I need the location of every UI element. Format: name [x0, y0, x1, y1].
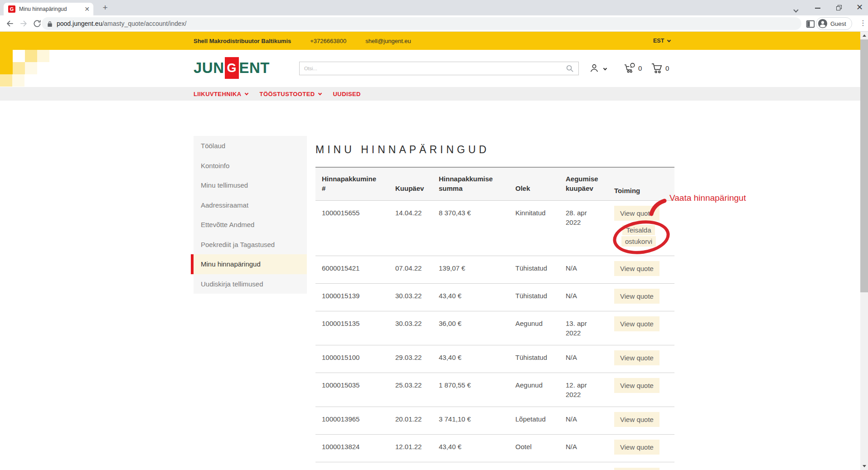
quote-sum: 36,00 €: [439, 311, 515, 345]
quote-number: 1000015135: [315, 311, 395, 345]
column-header: Aegumise kuupäev: [566, 168, 614, 200]
reload-button[interactable]: [33, 19, 42, 28]
view-quote-button[interactable]: View quote: [614, 440, 659, 455]
quote-row: 100001510029.03.2243,40 €TühistatudN/AVi…: [315, 345, 674, 373]
nav-item[interactable]: UUDISED: [333, 91, 361, 97]
annotation-arrow: [647, 199, 667, 217]
scrollbar-thumb[interactable]: [860, 39, 868, 292]
quote-status: Tühistatud: [515, 345, 566, 373]
quote-date: 07.04.22: [395, 256, 439, 283]
language-label: EST: [653, 38, 664, 44]
view-quote-button[interactable]: View quote: [614, 261, 659, 276]
new-tab-button[interactable]: +: [100, 2, 111, 13]
view-quote-button[interactable]: View quote: [614, 289, 659, 304]
view-quote-button[interactable]: View quote: [614, 412, 659, 427]
cart-icon[interactable]: [651, 63, 663, 73]
quote-actions: View quote: [614, 284, 674, 311]
scrollbar-up-arrow[interactable]: [860, 32, 868, 39]
profile-label: Guest: [830, 20, 846, 27]
window-minimize-button[interactable]: [815, 8, 820, 9]
quote-cart-icon[interactable]: [624, 62, 635, 73]
quote-row: 100001382412.01.2243,40 €OotelN/AView qu…: [315, 435, 674, 462]
chevron-down-icon: [318, 91, 321, 95]
quote-row: 600001542107.04.22139,07 €TühistatudN/AV…: [315, 256, 674, 284]
main-nav-items: LIIKUVTEHNIKATÖÖSTUSTOOTEDUUDISED: [194, 87, 361, 101]
main-nav: LIIKUVTEHNIKATÖÖSTUSTOOTEDUUDISED: [0, 87, 860, 101]
quote-number: 1000015655: [315, 201, 395, 256]
window-restore-button[interactable]: [836, 5, 841, 10]
back-button[interactable]: [5, 19, 15, 28]
language-switcher[interactable]: EST: [653, 32, 670, 50]
quote-status: Aegunud: [515, 311, 566, 345]
nav-item[interactable]: LIIKUVTEHNIKA: [194, 91, 248, 97]
url-domain: pood.jungent.eu: [57, 20, 102, 27]
account-sidebar: TöölaudKontoinfoMinu tellimusedAadressir…: [194, 136, 307, 294]
pixel-decoration: [0, 74, 12, 87]
quote-status: Kinnitatud: [515, 201, 566, 256]
page-scrollbar[interactable]: [860, 32, 868, 470]
column-header: Hinnapakkumise summa: [439, 168, 515, 200]
annotation-label: Vaata hinnapäringut: [669, 193, 746, 203]
sidebar-item[interactable]: Minu tellimused: [194, 175, 307, 195]
column-header-label: Hinnapakkumise summa: [439, 174, 509, 193]
view-quote-button[interactable]: View quote: [614, 378, 659, 393]
nav-item-label: LIIKUVTEHNIKA: [194, 91, 242, 97]
tab-search-chevron-icon[interactable]: [794, 5, 798, 14]
quote-number: 1000015100: [315, 345, 395, 373]
sidebar-item[interactable]: Uudiskirja tellimused: [194, 274, 307, 294]
quote-expiry: 28. apr 2022: [566, 201, 614, 256]
column-header-label: Olek: [515, 184, 530, 193]
quote-actions: View quote: [614, 345, 674, 373]
quote-number: 1000015139: [315, 284, 395, 311]
column-header-label: Hinnapakkumine #: [322, 174, 378, 193]
browser-tabstrip: G Minu hinnapäringud ✕ + ✕: [0, 0, 868, 15]
pixel-decoration: [25, 50, 37, 62]
tab-close-icon[interactable]: ✕: [84, 6, 90, 12]
search-icon[interactable]: [566, 64, 574, 73]
window-close-button[interactable]: ✕: [856, 2, 863, 13]
chevron-down-icon: [667, 38, 671, 42]
jungent-logo[interactable]: JUN G ENT: [194, 57, 270, 79]
browser-menu-button[interactable]: ⋮: [859, 19, 867, 27]
quote-date: 12.01.22: [395, 435, 439, 462]
quote-row: 100001503525.03.221 870,55 €Aegunud12. a…: [315, 373, 674, 407]
profile-button[interactable]: Guest: [816, 17, 852, 30]
sidebar-item[interactable]: Kontoinfo: [194, 156, 307, 176]
quote-status: Aegunud: [515, 373, 566, 407]
view-quote-button[interactable]: View quote: [614, 350, 659, 365]
guest-avatar: [818, 19, 828, 29]
quote-actions: View quote: [614, 407, 674, 434]
sidebar-item[interactable]: Minu hinnapäringud: [194, 254, 307, 274]
column-header: Kuupäev: [395, 168, 439, 200]
account-icon[interactable]: [589, 63, 599, 73]
sidebar-item[interactable]: Poekrediit ja Tagastused: [194, 235, 307, 255]
url-text: pood.jungent.eu/amasty_quote/account/ind…: [57, 20, 186, 27]
sidebar-item[interactable]: Töölaud: [194, 136, 307, 156]
search-input[interactable]: [299, 62, 579, 75]
quote-expiry: N/A: [566, 407, 614, 434]
nav-item[interactable]: TÖÖSTUSTOOTED: [260, 91, 321, 97]
nav-item-label: TÖÖSTUSTOOTED: [260, 91, 315, 97]
sidebar-item[interactable]: Ettevõtte Andmed: [194, 215, 307, 235]
quote-date: 25.03.22: [395, 373, 439, 407]
forward-button[interactable]: [19, 19, 28, 28]
store-phone-link[interactable]: +3726663800: [310, 38, 346, 44]
quote-expiry: N/A: [566, 256, 614, 283]
account-chevron-icon[interactable]: [603, 67, 607, 70]
side-panel-icon[interactable]: [806, 19, 815, 29]
column-header: Toiming: [614, 168, 674, 200]
view-quote-button[interactable]: View quote: [614, 316, 659, 331]
scrollbar-down-arrow[interactable]: [860, 462, 868, 470]
tab-title: Minu hinnapäringud: [19, 6, 82, 12]
view-quote-button-partial[interactable]: [614, 468, 659, 470]
quote-number: 1000013824: [315, 435, 395, 462]
store-email-link[interactable]: shell@jungent.eu: [365, 38, 411, 44]
pixel-decoration: [37, 50, 49, 62]
quote-status: Tühistatud: [515, 284, 566, 311]
address-bar[interactable]: pood.jungent.eu/amasty_quote/account/ind…: [42, 17, 801, 30]
sidebar-item[interactable]: Aadressiraamat: [194, 195, 307, 215]
browser-tab[interactable]: G Minu hinnapäringud ✕: [4, 3, 93, 15]
browser-toolbar: pood.jungent.eu/amasty_quote/account/ind…: [0, 15, 868, 32]
quote-expiry: N/A: [566, 435, 614, 462]
quote-expiry: N/A: [566, 284, 614, 311]
